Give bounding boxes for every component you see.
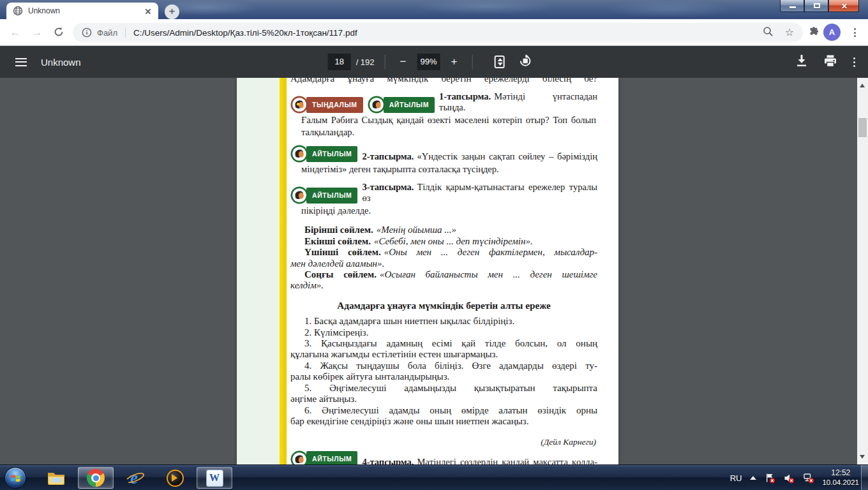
- sentence-4-cont: келдім».: [290, 280, 597, 291]
- taskbar: e W RU: [0, 464, 868, 490]
- extensions-icon[interactable]: [808, 27, 819, 41]
- page-info-icon[interactable]: [82, 27, 92, 38]
- rule-2: 2. Күлімсіреңіз.: [290, 327, 597, 338]
- maximize-button[interactable]: [804, 0, 828, 12]
- page-total-label: / 192: [356, 57, 375, 67]
- address-bar[interactable]: Файл C:/Users/Admin/Desktop/Қаз.тілі-5%2…: [73, 23, 803, 42]
- minimize-button[interactable]: [780, 0, 804, 12]
- hidden-icons-arrow[interactable]: [750, 473, 756, 480]
- download-button[interactable]: [796, 54, 807, 70]
- bookmark-star-icon[interactable]: ☆: [785, 27, 794, 38]
- fit-to-page-button[interactable]: [495, 56, 505, 68]
- taskbar-item-explorer[interactable]: [38, 467, 74, 489]
- profile-avatar[interactable]: A: [823, 24, 841, 41]
- pdf-scrollbar[interactable]: [857, 78, 868, 464]
- pdf-toolbar: Unknown 18 / 192 − 99% +: [0, 46, 868, 78]
- task4-row: АЙТЫЛЫМ 4-тапсырма.Мәтіндегі сөздердің қ…: [290, 450, 597, 464]
- pdf-more-options-icon[interactable]: [853, 57, 855, 67]
- speaking-badge-label: АЙТЫЛЫМ: [306, 146, 357, 162]
- system-tray: RU: [730, 465, 859, 490]
- rule-5-line2: әңгіме айтыңыз.: [290, 394, 597, 405]
- file-explorer-icon: [47, 470, 66, 486]
- new-tab-button[interactable]: +: [165, 4, 179, 19]
- pdf-document-title: Unknown: [41, 57, 81, 68]
- speaking-badge: АЙТЫЛЫМ: [290, 145, 357, 163]
- globe-icon: [13, 6, 23, 16]
- intro-question-line: Адамдарға ұнауға мүмкіндік беретін ереже…: [290, 78, 597, 84]
- pdf-viewport: Адамдарға ұнауға мүмкіндік беретін ереже…: [0, 78, 868, 464]
- listening-face-icon: [290, 96, 308, 114]
- toolbar-divider: [472, 55, 473, 69]
- taskbar-item-aimp[interactable]: [157, 467, 193, 489]
- taskbar-item-word[interactable]: W: [197, 467, 232, 489]
- scroll-down-arrow[interactable]: [860, 455, 865, 461]
- zoom-out-button[interactable]: −: [396, 56, 411, 68]
- back-button[interactable]: ←: [8, 25, 23, 40]
- author-attribution: (Дейл Карнеги): [290, 436, 597, 447]
- taskbar-item-chrome[interactable]: [78, 467, 114, 489]
- action-center-flag-icon[interactable]: [765, 473, 775, 484]
- close-button[interactable]: ✕: [828, 0, 859, 12]
- rules-heading: Адамдарға ұнауға мүмкіндік беретін алты …: [290, 300, 597, 311]
- speaking-face-icon: [290, 145, 308, 163]
- task1-line2: Ғалым Рәбиға Сыздық қандай өзекті мәселе…: [301, 115, 596, 126]
- browser-toolbar: ← → Файл C:/Users/Admin/Desktop/Қаз.тілі…: [0, 19, 868, 46]
- maximize-icon: [814, 3, 820, 8]
- reload-button[interactable]: [51, 26, 66, 41]
- rule-1: 1. Басқа адамдарға шын ниетпен ықылас бі…: [290, 316, 597, 327]
- task3-text: 3-тапсырма.Тілдік қарым-қатынастағы ереж…: [362, 182, 597, 204]
- tab-close-icon[interactable]: [143, 6, 153, 16]
- language-indicator[interactable]: RU: [730, 473, 742, 483]
- address-url-text[interactable]: C:/Users/Admin/Desktop/Қаз.тілі-5%20кл-1…: [133, 28, 763, 38]
- sentence-1: Бірінші сөйлем.«Менің ойымша ...»: [290, 225, 597, 235]
- close-icon: ✕: [841, 2, 848, 11]
- window-controls: ✕: [780, 0, 859, 12]
- rotate-button[interactable]: [519, 54, 532, 70]
- task2-line2: міндетіміз» деген тақырыпта сөзталасқа т…: [301, 164, 596, 175]
- clock-date: 10.04.2021: [822, 478, 859, 487]
- task2-text: 2-тапсырма.«Үндестік заңын сақтап сөйлеу…: [362, 151, 597, 163]
- browser-menu-icon[interactable]: [849, 26, 860, 40]
- zoom-page-icon[interactable]: [763, 26, 774, 40]
- scrollbar-thumb[interactable]: [858, 118, 867, 137]
- sentence-templates: Бірінші сөйлем.«Менің ойымша ...» Екінші…: [290, 225, 597, 291]
- show-desktop-button[interactable]: [861, 465, 868, 490]
- zoom-level-value[interactable]: 99%: [417, 54, 440, 70]
- address-separator: [125, 27, 126, 38]
- word-icon: W: [206, 470, 223, 487]
- address-scheme-label: Файл: [97, 28, 117, 38]
- tab-title: Unknown: [28, 6, 143, 15]
- window-titlebar: Unknown + ✕: [0, 0, 868, 19]
- sentence-3: Үшінші сөйлем.«Оны мен ... деген фактіле…: [290, 247, 597, 258]
- rule-5-line1: 5. Әңгімелесуші адамыңызды қызықтыратын …: [290, 383, 597, 394]
- task3-row: АЙТЫЛЫМ 3-тапсырма.Тілдік қарым-қатынаст…: [290, 182, 597, 204]
- windows-flag-icon: [10, 472, 22, 484]
- speaking-badge: АЙТЫЛЫМ: [368, 96, 435, 114]
- speaking-badge: АЙТЫЛЫМ: [290, 186, 357, 204]
- page-number-input[interactable]: 18: [328, 54, 351, 70]
- start-button[interactable]: [4, 467, 26, 489]
- taskbar-item-internet-explorer[interactable]: e: [117, 467, 153, 489]
- rule-3-line2: құлағына жағымды естілетінін естен шығар…: [290, 349, 597, 360]
- sentence-3-cont: мен дәлелдей аламын».: [290, 258, 597, 269]
- task3-line2: пікіріңді дәлелде.: [301, 205, 596, 216]
- browser-tab[interactable]: Unknown: [6, 3, 158, 19]
- network-disconnected-icon[interactable]: [803, 473, 814, 484]
- rule-6-line1: 6. Әңгімелесуші адамды оның өмірде алаты…: [290, 405, 597, 416]
- aimp-icon: [167, 470, 184, 487]
- pdf-menu-icon[interactable]: [15, 58, 27, 66]
- zoom-in-button[interactable]: +: [447, 56, 462, 68]
- taskbar-clock[interactable]: 12:52 10.04.2021: [822, 468, 859, 487]
- speaking-face-icon: [290, 186, 308, 204]
- forward-button[interactable]: →: [29, 25, 45, 40]
- page-margin-band: [237, 78, 280, 464]
- toolbar-divider: [385, 55, 385, 69]
- print-button[interactable]: [824, 55, 837, 70]
- internet-explorer-icon: e: [126, 468, 145, 487]
- speaking-face-icon: [290, 450, 308, 464]
- volume-muted-icon[interactable]: [784, 473, 795, 484]
- task1-line3: талқылаңдар.: [301, 127, 596, 138]
- task1-text: 1-тапсырма.Мәтінді үнтаспадан тыңда.: [439, 91, 597, 114]
- scroll-up-arrow[interactable]: [860, 81, 865, 87]
- sentence-2: Екінші сөйлем.«Себебі, мен оны ... деп т…: [290, 236, 597, 247]
